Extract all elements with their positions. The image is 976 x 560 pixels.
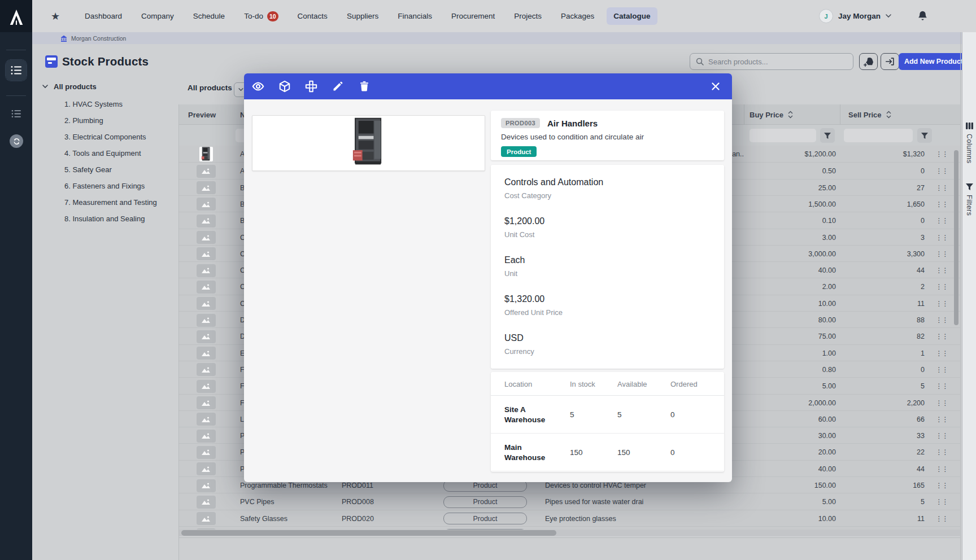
buy-price-filter-input[interactable] xyxy=(750,129,816,142)
nav-item-suppliers[interactable]: Suppliers xyxy=(340,7,385,25)
row-menu-button[interactable]: ⋮⋮ xyxy=(929,295,955,312)
category-item-8[interactable]: 8. Insulation and Sealing xyxy=(64,211,177,227)
export-button[interactable] xyxy=(881,53,899,70)
category-root-all-products[interactable]: All products xyxy=(42,82,97,91)
pencil-button[interactable] xyxy=(328,77,347,96)
eye-button[interactable] xyxy=(249,77,268,96)
image-placeholder-icon xyxy=(197,198,216,211)
nav-item-company[interactable]: Company xyxy=(134,7,181,25)
vertical-scrollbar-thumb[interactable] xyxy=(954,150,958,325)
detail-entry: $1,200.00Unit Cost xyxy=(504,215,711,240)
stock-in-stock: 150 xyxy=(570,434,583,471)
row-menu-button[interactable]: ⋮⋮ xyxy=(929,328,955,345)
nav-item-contacts[interactable]: Contacts xyxy=(291,7,334,25)
filters-panel-toggle[interactable]: Filters xyxy=(965,195,973,216)
preview-cell xyxy=(179,328,233,345)
row-menu-button[interactable]: ⋮⋮ xyxy=(929,510,955,527)
row-menu-button[interactable]: ⋮⋮ xyxy=(929,345,955,362)
table-row[interactable]: PVC PipesPROD008ProductPipes used for wa… xyxy=(179,493,960,510)
detail-value: $1,200.00 xyxy=(504,215,711,228)
sell-price-filter-button[interactable] xyxy=(917,128,932,143)
category-item-1[interactable]: 1. HVAC Systems xyxy=(64,96,177,112)
row-menu-button[interactable]: ⋮⋮ xyxy=(929,229,955,246)
product-image-card[interactable] xyxy=(252,115,485,171)
table-row[interactable]: Safety GlassesPROD020ProductEye protecti… xyxy=(179,510,960,527)
rail-sync-button[interactable] xyxy=(10,134,23,148)
notifications-bell-icon[interactable] xyxy=(917,0,928,32)
app-logo[interactable] xyxy=(0,0,32,32)
nav-item-packages[interactable]: Packages xyxy=(554,7,601,25)
row-menu-button[interactable]: ⋮⋮ xyxy=(929,477,955,494)
category-item-6[interactable]: 6. Fasteners and Fixings xyxy=(64,178,177,194)
sell-price-filter-input[interactable] xyxy=(844,129,913,142)
sort-icon[interactable] xyxy=(788,111,793,119)
filters-icon[interactable] xyxy=(966,182,973,193)
category-item-4[interactable]: 4. Tools and Equipment xyxy=(64,145,177,161)
category-root-label: All products xyxy=(54,82,97,91)
row-menu-button[interactable]: ⋮⋮ xyxy=(929,493,955,510)
row-menu-button[interactable]: ⋮⋮ xyxy=(929,444,955,461)
trash-button[interactable] xyxy=(355,77,374,96)
nav-item-to-do[interactable]: To-do10 xyxy=(237,7,285,26)
image-placeholder-icon xyxy=(197,165,216,178)
product-code-cell: PROD020 xyxy=(337,510,429,527)
row-menu-button[interactable]: ⋮⋮ xyxy=(929,461,955,478)
row-menu-button[interactable]: ⋮⋮ xyxy=(929,180,955,196)
buy-price-cell: 20.00 xyxy=(744,444,840,461)
row-menu-button[interactable]: ⋮⋮ xyxy=(929,163,955,180)
buy-price-cell: 2.00 xyxy=(744,278,840,295)
product-description-cell: Pipes used for waste water drai xyxy=(542,493,744,510)
row-menu-button[interactable]: ⋮⋮ xyxy=(929,212,955,229)
user-menu[interactable]: J Jay Morgan xyxy=(819,0,891,32)
detail-value: Each xyxy=(504,254,711,266)
columns-icon[interactable] xyxy=(966,121,973,132)
category-item-7[interactable]: 7. Measurement and Testing xyxy=(64,194,177,211)
buy-price-cell: 1,500.00 xyxy=(744,196,840,213)
category-item-3[interactable]: 3. Electrical Components xyxy=(64,129,177,145)
columns-panel-toggle[interactable]: Columns xyxy=(965,134,973,164)
sell-price-cell: 165 xyxy=(840,477,929,494)
rail-secondary-list-button[interactable] xyxy=(6,103,27,124)
rail-catalogue-list-button[interactable] xyxy=(6,60,27,81)
quick-add-button[interactable] xyxy=(859,53,878,70)
row-menu-button[interactable]: ⋮⋮ xyxy=(929,361,955,378)
nav-item-projects[interactable]: Projects xyxy=(507,7,548,25)
row-menu-button[interactable]: ⋮⋮ xyxy=(929,395,955,412)
sell-price-cell: 11 xyxy=(840,295,929,312)
close-button[interactable] xyxy=(706,77,725,96)
row-menu-button[interactable]: ⋮⋮ xyxy=(929,196,955,213)
row-menu-button[interactable]: ⋮⋮ xyxy=(929,427,955,444)
sell-price-cell: 33 xyxy=(840,427,929,444)
horizontal-scrollbar-thumb[interactable] xyxy=(181,530,556,536)
favorites-star-icon[interactable]: ★ xyxy=(51,0,60,32)
nav-item-dashboard[interactable]: Dashboard xyxy=(78,7,129,25)
column-header-buy-price[interactable]: Buy Price xyxy=(750,104,793,125)
category-item-2[interactable]: 2. Plumbing xyxy=(64,112,177,129)
row-menu-button[interactable]: ⋮⋮ xyxy=(929,312,955,329)
add-new-product-button[interactable]: Add New Product xyxy=(899,53,969,70)
product-code-chip: PROD003 xyxy=(501,118,540,128)
category-item-5[interactable]: 5. Safety Gear xyxy=(64,161,177,178)
product-type-badge: Product xyxy=(501,146,537,157)
funnel-icon xyxy=(824,133,831,139)
nav-item-financials[interactable]: Financials xyxy=(391,7,439,25)
row-menu-button[interactable]: ⋮⋮ xyxy=(929,378,955,395)
nav-item-catalogue[interactable]: Catalogue xyxy=(607,7,657,25)
nav-item-procurement[interactable]: Procurement xyxy=(445,7,502,25)
buy-price-filter-button[interactable] xyxy=(820,128,835,143)
row-menu-button[interactable]: ⋮⋮ xyxy=(929,262,955,279)
row-menu-button[interactable]: ⋮⋮ xyxy=(929,411,955,428)
nav-item-schedule[interactable]: Schedule xyxy=(186,7,232,25)
sort-icon[interactable] xyxy=(886,111,891,119)
buy-price-cell: 5.00 xyxy=(744,493,840,510)
column-header-preview[interactable]: Preview xyxy=(188,104,216,125)
package-box-button[interactable] xyxy=(275,77,294,96)
grid-plus-button[interactable] xyxy=(302,77,321,96)
row-menu-button[interactable]: ⋮⋮ xyxy=(929,146,955,163)
row-menu-button[interactable]: ⋮⋮ xyxy=(929,278,955,295)
breadcrumb-company[interactable]: Morgan Construction xyxy=(71,35,126,42)
column-header-sell-price[interactable]: Sell Price xyxy=(848,104,891,125)
sell-price-cell: 44 xyxy=(840,461,929,478)
search-input[interactable] xyxy=(708,58,838,66)
row-menu-button[interactable]: ⋮⋮ xyxy=(929,246,955,262)
